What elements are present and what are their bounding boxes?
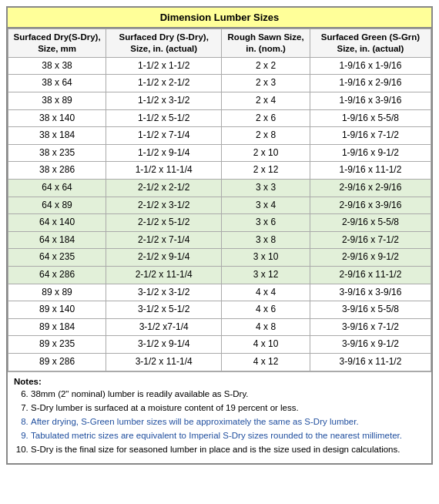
table-row: 89 x 1403-1/2 x 5-1/24 x 63-9/16 x 5-5/8 (8, 301, 431, 319)
cell-nom: 4 x 10 (222, 336, 310, 354)
cell-nom: 2 x 6 (222, 109, 310, 127)
cell-nom: 3 x 8 (222, 231, 310, 249)
cell-mm: 38 x 64 (8, 75, 106, 92)
cell-mm: 89 x 89 (8, 284, 106, 301)
table-row: 38 x 641-1/2 x 2-1/22 x 31-9/16 x 2-9/16 (8, 75, 431, 92)
cell-mm: 38 x 89 (8, 92, 106, 110)
cell-actual: 3-1/2 x 9-1/4 (106, 336, 222, 354)
cell-actual: 3-1/2 x 3-1/2 (106, 284, 222, 301)
cell-sgrn: 2-9/16 x 5-5/8 (310, 214, 431, 232)
cell-mm: 64 x 235 (8, 249, 106, 267)
col-header-mm: Surfaced Dry(S-Dry), Size, mm (8, 29, 106, 58)
notes-list: 38mm (2" nominal) lumber is readily avai… (14, 388, 425, 455)
cell-actual: 2-1/2 x 7-1/4 (106, 231, 222, 249)
cell-sgrn: 2-9/16 x 11-1/2 (310, 267, 431, 284)
cell-sgrn: 3-9/16 x 5-5/8 (310, 301, 431, 319)
table-row: 89 x 893-1/2 x 3-1/24 x 43-9/16 x 3-9/16 (8, 284, 431, 301)
cell-sgrn: 3-9/16 x 3-9/16 (310, 284, 431, 301)
cell-mm: 38 x 184 (8, 127, 106, 145)
cell-mm: 38 x 286 (8, 162, 106, 180)
table-row: 38 x 381-1/2 x 1-1/22 x 21-9/16 x 1-9/16 (8, 57, 431, 75)
table-row: 38 x 891-1/2 x 3-1/22 x 41-9/16 x 3-9/16 (8, 92, 431, 110)
table-row: 38 x 1841-1/2 x 7-1/42 x 81-9/16 x 7-1/2 (8, 127, 431, 145)
note-item-10: S-Dry is the final size for seasoned lum… (31, 443, 425, 455)
col-header-sgrn: Surfaced Green (S-Grn) Size, in. (actual… (310, 29, 431, 58)
cell-actual: 2-1/2 x 5-1/2 (106, 214, 222, 232)
cell-actual: 2-1/2 x 3-1/2 (106, 197, 222, 214)
cell-actual: 3-1/2 x7-1/4 (106, 318, 222, 336)
cell-nom: 2 x 12 (222, 162, 310, 180)
table-row: 64 x 892-1/2 x 3-1/23 x 42-9/16 x 3-9/16 (8, 197, 431, 214)
cell-sgrn: 2-9/16 x 7-1/2 (310, 231, 431, 249)
cell-sgrn: 2-9/16 x 3-9/16 (310, 197, 431, 214)
table-body: 38 x 381-1/2 x 1-1/22 x 21-9/16 x 1-9/16… (8, 57, 431, 371)
cell-actual: 3-1/2 x 5-1/2 (106, 301, 222, 319)
note-item-7: S-Dry lumber is surfaced at a moisture c… (31, 402, 425, 414)
cell-nom: 4 x 8 (222, 318, 310, 336)
cell-actual: 2-1/2 x 9-1/4 (106, 249, 222, 267)
cell-actual: 3-1/2 x 11-1/4 (106, 353, 222, 371)
cell-nom: 3 x 3 (222, 180, 310, 197)
cell-sgrn: 1-9/16 x 1-9/16 (310, 57, 431, 75)
cell-sgrn: 2-9/16 x 9-1/2 (310, 249, 431, 267)
note-item-9: Tabulated metric sizes are equivalent to… (31, 429, 425, 442)
cell-actual: 1-1/2 x 7-1/4 (106, 127, 222, 145)
cell-actual: 1-1/2 x 1-1/2 (106, 57, 222, 75)
cell-actual: 1-1/2 x 11-1/4 (106, 162, 222, 180)
cell-nom: 3 x 12 (222, 267, 310, 284)
cell-nom: 3 x 4 (222, 197, 310, 214)
cell-actual: 2-1/2 x 11-1/4 (106, 267, 222, 284)
cell-sgrn: 3-9/16 x 7-1/2 (310, 318, 431, 336)
cell-nom: 4 x 12 (222, 353, 310, 371)
cell-sgrn: 1-9/16 x 2-9/16 (310, 75, 431, 92)
table-row: 89 x 2863-1/2 x 11-1/44 x 123-9/16 x 11-… (8, 353, 431, 371)
note-item-8: After drying, S-Green lumber sizes will … (31, 415, 425, 428)
notes-section: Notes: 38mm (2" nominal) lumber is readi… (8, 371, 431, 463)
cell-actual: 1-1/2 x 5-1/2 (106, 109, 222, 127)
header-row: Surfaced Dry(S-Dry), Size, mm Surfaced D… (8, 29, 431, 58)
cell-sgrn: 1-9/16 x 5-5/8 (310, 109, 431, 127)
table-row: 64 x 2352-1/2 x 9-1/43 x 102-9/16 x 9-1/… (8, 249, 431, 267)
cell-mm: 89 x 235 (8, 336, 106, 354)
notes-title: Notes: (14, 377, 425, 386)
table-row: 89 x 1843-1/2 x7-1/44 x 83-9/16 x 7-1/2 (8, 318, 431, 336)
cell-nom: 3 x 6 (222, 214, 310, 232)
table-row: 64 x 1402-1/2 x 5-1/23 x 62-9/16 x 5-5/8 (8, 214, 431, 232)
cell-actual: 1-1/2 x 2-1/2 (106, 75, 222, 92)
cell-mm: 89 x 140 (8, 301, 106, 319)
note-item-6: 38mm (2" nominal) lumber is readily avai… (31, 388, 425, 400)
cell-mm: 64 x 89 (8, 197, 106, 214)
cell-mm: 64 x 184 (8, 231, 106, 249)
cell-actual: 1-1/2 x 9-1/4 (106, 144, 222, 162)
table-row: 38 x 2861-1/2 x 11-1/42 x 121-9/16 x 11-… (8, 162, 431, 180)
table-row: 89 x 2353-1/2 x 9-1/44 x 103-9/16 x 9-1/… (8, 336, 431, 354)
cell-sgrn: 1-9/16 x 11-1/2 (310, 162, 431, 180)
cell-nom: 2 x 8 (222, 127, 310, 145)
cell-mm: 64 x 286 (8, 267, 106, 284)
cell-sgrn: 3-9/16 x 9-1/2 (310, 336, 431, 354)
cell-mm: 64 x 64 (8, 180, 106, 197)
cell-nom: 2 x 3 (222, 75, 310, 92)
cell-sgrn: 2-9/16 x 2-9/16 (310, 180, 431, 197)
cell-nom: 2 x 2 (222, 57, 310, 75)
table-row: 38 x 1401-1/2 x 5-1/22 x 61-9/16 x 5-5/8 (8, 109, 431, 127)
cell-mm: 64 x 140 (8, 214, 106, 232)
cell-sgrn: 1-9/16 x 3-9/16 (310, 92, 431, 110)
cell-sgrn: 1-9/16 x 9-1/2 (310, 144, 431, 162)
cell-sgrn: 3-9/16 x 11-1/2 (310, 353, 431, 371)
cell-nom: 4 x 4 (222, 284, 310, 301)
cell-mm: 89 x 184 (8, 318, 106, 336)
cell-mm: 38 x 140 (8, 109, 106, 127)
cell-mm: 89 x 286 (8, 353, 106, 371)
cell-nom: 3 x 10 (222, 249, 310, 267)
col-header-actual: Surfaced Dry (S-Dry), Size, in. (actual) (106, 29, 222, 58)
cell-mm: 38 x 235 (8, 144, 106, 162)
table-row: 64 x 642-1/2 x 2-1/23 x 32-9/16 x 2-9/16 (8, 180, 431, 197)
table-container: Dimension Lumber Sizes Surfaced Dry(S-Dr… (6, 6, 433, 465)
cell-sgrn: 1-9/16 x 7-1/2 (310, 127, 431, 145)
cell-actual: 1-1/2 x 3-1/2 (106, 92, 222, 110)
cell-nom: 2 x 10 (222, 144, 310, 162)
cell-actual: 2-1/2 x 2-1/2 (106, 180, 222, 197)
cell-nom: 4 x 6 (222, 301, 310, 319)
cell-mm: 38 x 38 (8, 57, 106, 75)
